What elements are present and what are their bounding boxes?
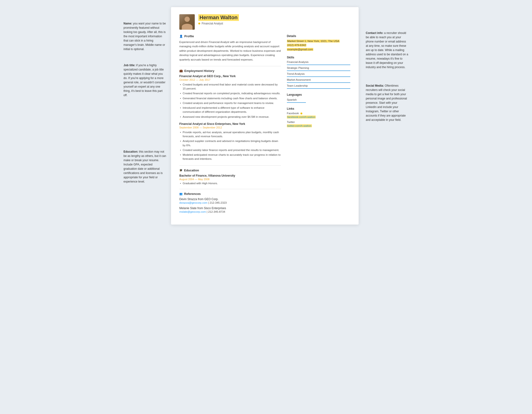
resume-main: 👤 Profile Experienced and driven Financi… [179, 34, 281, 217]
references-section-title: 👥 References [179, 192, 281, 196]
details-section: Details Market Street 1, New York, 1021,… [287, 34, 350, 52]
ref-1-name: Devin Strazza from GEO Corp. [179, 198, 281, 201]
employment-section: 💼 Employment History Financial Analyst a… [179, 69, 281, 161]
job-label: Job title: [124, 64, 135, 67]
name-text: you want your name to be prominently fea… [124, 22, 166, 51]
job-1-bullets: Created budgets and ensured that labor a… [179, 83, 281, 119]
bullet: Created weekly labor finance reports and… [179, 148, 281, 152]
ref-1-phone: 212-345-2323 [210, 201, 227, 204]
name-annotation: Name: you want your name to be prominent… [124, 21, 166, 51]
details-title: Details [287, 34, 350, 38]
languages-title: Languages [287, 93, 350, 96]
facebook-dot-icon [300, 113, 302, 114]
job-1-title: Financial Analyst at GEO Corp., New York [179, 75, 281, 78]
edu-label: Education: [124, 150, 138, 153]
right-annotations: Contact info: a recruiter should be able… [359, 7, 408, 225]
header-info: Herman Walton Financial Analyst [198, 14, 350, 25]
job-annotation: Job title: if you're a highly specialize… [124, 63, 166, 97]
bullet: Created financial reports on completed p… [179, 91, 281, 95]
skills-section: Skills Financial Analysis Strategic Plan… [287, 56, 350, 89]
edu-dates: August 2004 — May 2008 [179, 178, 281, 181]
skill-5: Team Leadership [287, 84, 350, 89]
skill-2: Strategic Planning [287, 66, 350, 71]
facebook-url: facebook.com/h.walton [287, 115, 350, 119]
link-facebook: Facebook facebook.com/h.walton [287, 112, 350, 119]
edu-annotation: Education: this section may not be as le… [124, 150, 166, 184]
job-2-bullets: Provide reports, ad-hoc analysis, annual… [179, 130, 281, 161]
resume-card: Herman Walton Financial Analyst 👤 Profil… [171, 7, 359, 225]
detail-email: example@gmail.com [287, 47, 350, 52]
divider-2 [179, 165, 281, 166]
profile-section-title: 👤 Profile [179, 34, 281, 38]
edu-text: this section may not be as lengthy as ot… [124, 150, 166, 183]
bullet: Introduced and implemented a different t… [179, 106, 281, 114]
links-section: Links Facebook facebook.com/h.walton Twi… [287, 107, 350, 127]
profile-text: Experienced and driven Financial Analyst… [179, 40, 281, 62]
ref-1-contact: dsrazza@geocorp.com | 212-345-2323 [179, 201, 281, 204]
ref-2-email[interactable]: mslate@geocorp.com [179, 210, 206, 213]
social-text: Oftentimes recruiters will check your so… [366, 84, 407, 122]
job-1-dates: October 2012 — July 2017 [179, 78, 281, 81]
job-2: Financial Analyst at Sisco Enterprises, … [179, 122, 281, 161]
skill-4: Market Assessment [287, 78, 350, 83]
reference-1: Devin Strazza from GEO Corp. dsrazza@geo… [179, 198, 281, 204]
facebook-label: Facebook [287, 112, 350, 115]
avatar-image [179, 14, 195, 30]
education-icon: 🎓 [179, 169, 183, 172]
reference-2: Melanie Slate from Sisco Enterprises msl… [179, 207, 281, 213]
bullet: Generated financial statements including… [179, 96, 281, 100]
links-title: Links [287, 107, 350, 110]
social-label: Social Media: [366, 84, 384, 87]
bullet: Assessed new development projects genera… [179, 115, 281, 119]
job-2-dates: September 2008 — September 2012 [179, 126, 281, 129]
candidate-title-text: Financial Analyst [202, 22, 223, 25]
detail-address: Market Street 1, New York, 1021, The USA [287, 39, 350, 43]
profile-section: 👤 Profile Experienced and driven Financi… [179, 34, 281, 62]
left-annotations: Name: you want your name to be prominent… [124, 7, 171, 225]
skill-1: Financial Analysis [287, 61, 350, 65]
social-annotation: Social Media: Oftentimes recruiters will… [366, 84, 408, 122]
bullet: Provide reports, ad-hoc analysis, annual… [179, 130, 281, 139]
resume-header: Herman Walton Financial Analyst [179, 14, 350, 30]
employment-icon: 💼 [179, 69, 183, 72]
contact-annotation: Contact info: a recruiter should be able… [366, 31, 408, 69]
candidate-title: Financial Analyst [198, 22, 350, 25]
edu-degree: Bachelor of Finance, Villanova Universit… [179, 174, 281, 177]
ref-1-email[interactable]: dsrazza@geocorp.com [179, 201, 207, 204]
bullet: Analyzed supplier contracts and advised … [179, 139, 281, 147]
job-2-title: Financial Analyst at Sisco Enterprises, … [179, 122, 281, 126]
detail-phone: (412) 479-6342 [287, 43, 350, 47]
ref-2-phone: 212-345-8734 [208, 210, 225, 213]
references-section: 👥 References Devin Strazza from GEO Corp… [179, 192, 281, 213]
edu-note: Graduated with High Honors. [179, 182, 281, 185]
bullet: Created analysis and perfomance reports … [179, 101, 281, 105]
link-twitter: Twitter twitter.com/h.walton [287, 121, 350, 127]
skills-title: Skills [287, 56, 350, 59]
divider-1 [179, 66, 281, 66]
education-section: 🎓 Education Bachelor of Finance, Villano… [179, 169, 281, 185]
job-1: Financial Analyst at GEO Corp., New York… [179, 75, 281, 119]
twitter-url: twitter.com/h.walton [287, 124, 350, 127]
contact-label: Contact info: [366, 31, 383, 35]
ref-2-name: Melanie Slate from Sisco Enterprises [179, 207, 281, 210]
profile-icon: 👤 [179, 35, 183, 38]
contact-text: a recruiter should be able to reach you … [366, 31, 408, 69]
phone-text: (412) 479-6342 [287, 44, 307, 47]
language-1: Spanish [287, 98, 306, 103]
resume-sidebar: Details Market Street 1, New York, 1021,… [287, 34, 350, 217]
twitter-label: Twitter [287, 121, 350, 123]
bullet: Modeled anticipated revenue charts to ac… [179, 153, 281, 161]
ref-2-contact: mslate@geocorp.com | 212-345-8734 [179, 210, 281, 213]
resume-body: 👤 Profile Experienced and driven Financi… [179, 34, 350, 217]
email-text: example@gmail.com [287, 48, 314, 51]
address-text: Market Street 1, New York, 1021, The USA [287, 40, 340, 42]
references-icon: 👥 [179, 192, 183, 195]
name-label: Name: [124, 22, 132, 25]
education-section-title: 🎓 Education [179, 169, 281, 172]
bullet: Created budgets and ensured that labor a… [179, 83, 281, 91]
candidate-name: Herman Walton [198, 14, 239, 21]
divider-3 [179, 189, 281, 189]
employment-section-title: 💼 Employment History [179, 69, 281, 73]
avatar [179, 14, 195, 30]
job-text: if you're a highly specialized candidate… [124, 64, 165, 97]
